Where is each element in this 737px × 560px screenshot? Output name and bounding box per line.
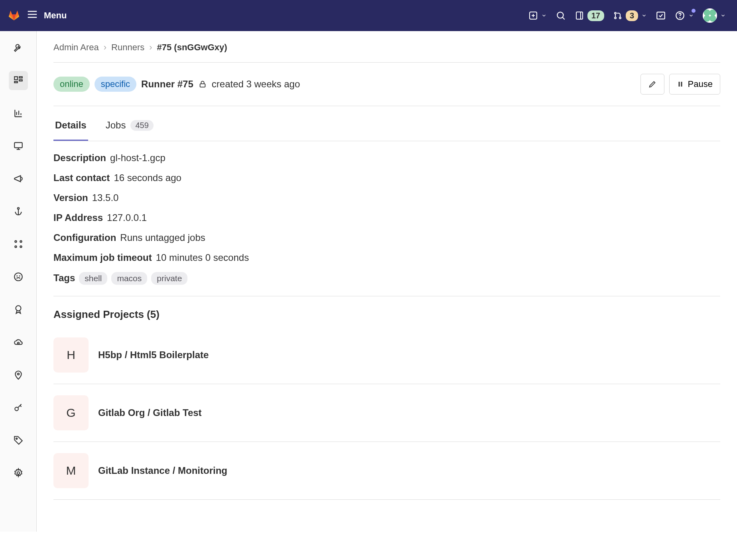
todos-icon	[656, 10, 666, 21]
svg-rect-29	[678, 82, 680, 87]
chevron-down-icon	[720, 13, 726, 18]
sidebar-geo[interactable]	[9, 365, 28, 385]
tab-details[interactable]: Details	[53, 114, 88, 141]
status-badge: online	[53, 77, 90, 92]
svg-point-16	[20, 241, 22, 242]
runner-title: Runner #75	[141, 79, 193, 90]
todos-button[interactable]	[656, 10, 666, 21]
sidebar-labels[interactable]	[9, 431, 28, 450]
create-button[interactable]	[528, 11, 547, 20]
sidebar-kubernetes[interactable]	[9, 333, 28, 352]
pause-button[interactable]: Pause	[669, 74, 720, 95]
svg-point-24	[17, 373, 19, 375]
top-navbar: Menu 17 3	[0, 0, 737, 31]
wrench-icon	[13, 43, 24, 53]
tags-label: Tags	[53, 272, 75, 284]
menu-label[interactable]: Menu	[44, 10, 67, 21]
svg-point-3	[615, 12, 616, 14]
dashboard-icon	[13, 75, 24, 86]
avatar	[703, 8, 717, 23]
ip-value: 127.0.0.1	[107, 212, 147, 223]
edit-button[interactable]	[640, 74, 664, 95]
project-row[interactable]: HH5bp / Html5 Boilerplate	[53, 329, 720, 384]
anchor-icon	[13, 206, 24, 217]
sidebar-deploy-keys[interactable]	[9, 398, 28, 417]
config-value: Runs untagged jobs	[120, 232, 205, 243]
svg-point-23	[17, 342, 19, 344]
svg-point-15	[15, 241, 16, 242]
help-button[interactable]	[675, 10, 694, 21]
sidebar-hooks[interactable]	[9, 202, 28, 221]
mr-badge: 3	[626, 10, 638, 21]
issues-button[interactable]: 17	[575, 10, 604, 21]
breadcrumb-current: #75 (snGGwGxy)	[157, 42, 227, 53]
svg-point-22	[16, 306, 21, 311]
sidebar-monitoring[interactable]	[9, 136, 28, 156]
hamburger-icon[interactable]	[26, 8, 38, 23]
sad-face-icon	[13, 272, 24, 282]
user-menu-button[interactable]	[703, 8, 726, 23]
merge-request-icon	[613, 11, 623, 20]
chevron-right-icon: ›	[149, 42, 152, 53]
lock-icon	[198, 80, 207, 89]
gitlab-logo-icon[interactable]	[7, 8, 21, 24]
sidebar-applications[interactable]	[9, 235, 28, 254]
sidebar-subscription[interactable]	[9, 300, 28, 319]
runner-header: online specific Runner #75 created 3 wee…	[53, 63, 720, 106]
chart-icon	[13, 108, 24, 118]
description-label: Description	[53, 152, 106, 164]
project-avatar: M	[53, 453, 89, 488]
chevron-down-icon	[688, 13, 694, 18]
project-row[interactable]: GGitlab Org / Gitlab Test	[53, 384, 720, 442]
breadcrumb-admin[interactable]: Admin Area	[53, 42, 99, 53]
sidebar-admin[interactable]	[9, 38, 28, 57]
project-row[interactable]: MGitLab Instance / Monitoring	[53, 442, 720, 500]
breadcrumb-runners[interactable]: Runners	[111, 42, 144, 53]
label-icon	[13, 435, 24, 446]
svg-point-18	[20, 246, 22, 247]
sidebar-settings[interactable]	[9, 463, 28, 483]
svg-point-8	[680, 18, 680, 18]
sidebar-abuse[interactable]	[9, 267, 28, 286]
sidebar-analytics[interactable]	[9, 104, 28, 123]
project-avatar: H	[53, 337, 89, 373]
svg-point-20	[17, 276, 17, 276]
svg-point-17	[15, 246, 16, 247]
last-contact-label: Last contact	[53, 172, 110, 183]
projects-list: HH5bp / Html5 BoilerplateGGitlab Org / G…	[53, 329, 720, 500]
search-button[interactable]	[556, 10, 566, 21]
project-name: H5bp / Html5 Boilerplate	[98, 349, 209, 361]
chevron-down-icon	[641, 13, 647, 18]
last-contact-value: 16 seconds ago	[114, 172, 181, 183]
sidebar-messages[interactable]	[9, 169, 28, 188]
tab-jobs-label: Jobs	[106, 120, 126, 131]
created-text: created 3 weeks ago	[212, 79, 300, 90]
help-icon	[675, 10, 685, 21]
sidebar-overview[interactable]	[9, 71, 28, 90]
svg-rect-28	[200, 84, 205, 87]
timeout-label: Maximum job timeout	[53, 252, 152, 263]
pause-icon	[677, 81, 684, 88]
tab-jobs[interactable]: Jobs 459	[104, 114, 155, 141]
pause-label: Pause	[688, 79, 713, 89]
project-avatar: G	[53, 395, 89, 430]
main-content: Admin Area › Runners › #75 (snGGwGxy) on…	[37, 31, 737, 532]
svg-point-4	[615, 17, 616, 19]
location-icon	[13, 370, 24, 380]
issues-icon	[575, 11, 584, 20]
svg-point-14	[17, 207, 19, 209]
chevron-right-icon: ›	[104, 42, 106, 53]
cloud-icon	[13, 337, 24, 347]
svg-rect-10	[19, 77, 22, 78]
gear-icon	[13, 468, 24, 478]
svg-rect-12	[14, 81, 18, 83]
tag-shell: shell	[79, 272, 107, 285]
svg-point-26	[16, 438, 17, 439]
project-name: GitLab Instance / Monitoring	[98, 465, 227, 476]
assigned-projects-heading: Assigned Projects (5)	[53, 308, 720, 321]
merge-requests-button[interactable]: 3	[613, 10, 647, 21]
breadcrumb: Admin Area › Runners › #75 (snGGwGxy)	[53, 42, 720, 63]
version-label: Version	[53, 192, 88, 203]
svg-point-25	[15, 407, 18, 411]
timeout-value: 10 minutes 0 seconds	[156, 252, 249, 263]
